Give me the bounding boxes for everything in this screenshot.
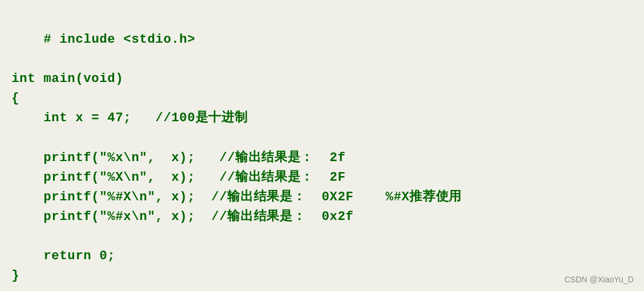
- code-line-12: return 0;: [12, 249, 115, 263]
- code-line-8: printf("%X\n", x); //输出结果是： 2F: [12, 170, 346, 185]
- code-line-10: printf("%#x\n", x); //输出结果是： 0x2f: [12, 210, 353, 224]
- code-line-1: # include <stdio.h>: [43, 32, 195, 47]
- code-line-5: int x = 47; //100是十进制: [12, 111, 247, 125]
- code-block: # include <stdio.h> int main(void) { int…: [12, 10, 632, 291]
- code-line-7: printf("%x\n", x); //输出结果是： 2f: [12, 151, 346, 165]
- watermark: CSDN @XiaoYu_D: [564, 275, 634, 284]
- code-line-9: printf("%#X\n", x); //输出结果是： 0X2F %#X推荐使…: [12, 190, 462, 204]
- code-line-2: [12, 52, 20, 66]
- code-line-6: [12, 131, 20, 146]
- code-line-4: {: [12, 91, 20, 106]
- code-line-11: [12, 229, 20, 244]
- code-line-3: int main(void): [12, 72, 123, 86]
- code-container: # include <stdio.h> int main(void) { int…: [0, 0, 644, 291]
- code-line-13: }: [12, 268, 20, 283]
